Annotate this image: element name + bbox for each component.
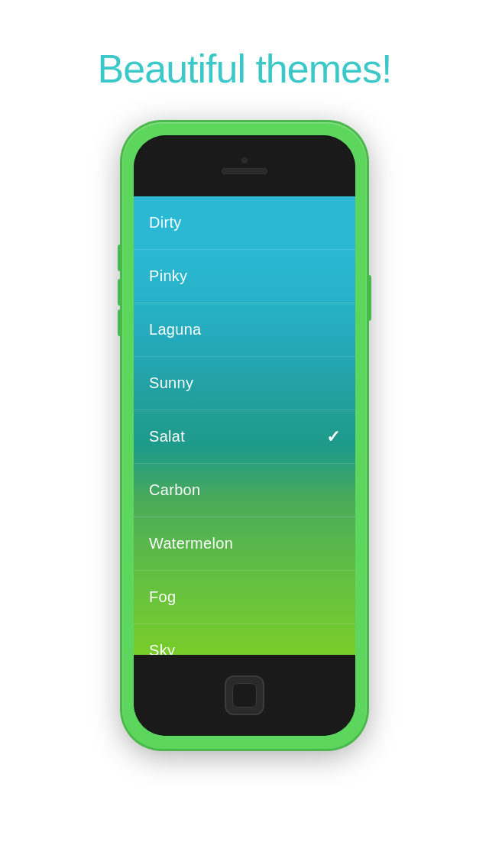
theme-label-pinky: Pinky	[149, 267, 187, 285]
theme-label-sunny: Sunny	[149, 374, 193, 392]
theme-label-sky: Sky	[149, 642, 175, 655]
theme-label-laguna: Laguna	[149, 321, 202, 338]
iphone-device: DirtyPinkyLagunaSunnySalat✓CarbonWaterme…	[122, 122, 367, 749]
theme-item-pinky[interactable]: Pinky	[134, 250, 355, 303]
theme-label-carbon: Carbon	[149, 481, 200, 499]
theme-item-carbon[interactable]: Carbon	[134, 464, 355, 517]
theme-item-laguna[interactable]: Laguna	[134, 303, 355, 357]
theme-item-watermelon[interactable]: Watermelon	[134, 517, 355, 571]
theme-label-fog: Fog	[149, 588, 176, 606]
camera-icon	[241, 157, 248, 164]
speaker-icon	[222, 168, 267, 174]
app-screen: DirtyPinkyLagunaSunnySalat✓CarbonWaterme…	[134, 196, 355, 655]
theme-label-watermelon: Watermelon	[149, 535, 233, 552]
theme-item-fog[interactable]: Fog	[134, 571, 355, 624]
iphone-bottom-bar	[134, 655, 355, 736]
home-button-inner	[232, 683, 257, 708]
iphone-screen-container: DirtyPinkyLagunaSunnySalat✓CarbonWaterme…	[134, 135, 355, 736]
iphone-top-bar	[134, 135, 355, 196]
theme-item-sky[interactable]: Sky	[134, 624, 355, 655]
theme-label-dirty: Dirty	[149, 214, 182, 232]
theme-list: DirtyPinkyLagunaSunnySalat✓CarbonWaterme…	[134, 196, 355, 655]
checkmark-icon-salat: ✓	[326, 427, 340, 447]
theme-label-salat: Salat	[149, 428, 185, 445]
theme-item-dirty[interactable]: Dirty	[134, 196, 355, 250]
theme-item-sunny[interactable]: Sunny	[134, 357, 355, 410]
page-title: Beautiful themes!	[98, 46, 392, 92]
theme-item-salat[interactable]: Salat✓	[134, 410, 355, 464]
home-button[interactable]	[225, 675, 264, 715]
